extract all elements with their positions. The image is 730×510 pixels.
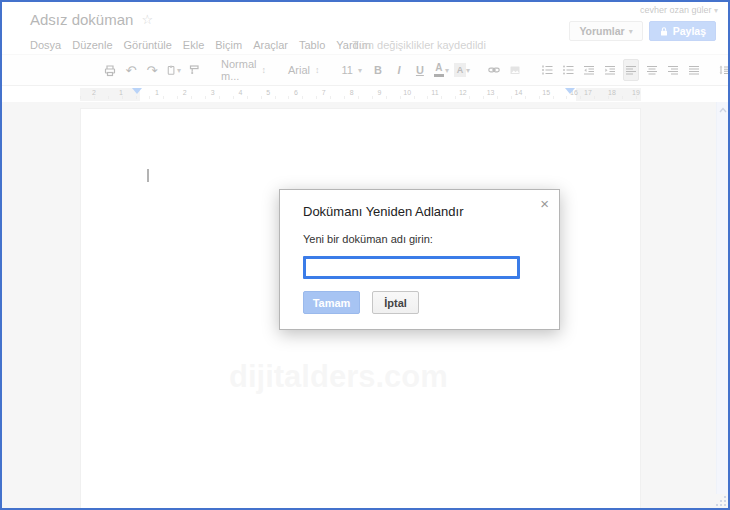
align-left-button[interactable]	[623, 59, 639, 81]
underline-button[interactable]: U	[412, 60, 428, 80]
insert-image-button[interactable]	[507, 60, 523, 80]
menu-bar: DosyaDüzenleGörüntüleEkleBiçimAraçlarTab…	[30, 39, 382, 51]
align-left-icon	[624, 63, 638, 77]
ruler-number: 12	[459, 89, 467, 96]
font-size-dropdown[interactable]: 11 ▾	[338, 64, 364, 76]
cancel-button[interactable]: İptal	[372, 291, 419, 314]
menu-item[interactable]: Ekle	[183, 39, 204, 51]
style-value: Normal m...	[221, 58, 256, 82]
redo-icon: ↷	[147, 63, 158, 78]
chevron-down-icon: ▾	[714, 6, 718, 15]
undo-button[interactable]: ↶	[123, 60, 139, 80]
paint-roller-icon	[187, 63, 201, 77]
ruler-ticks	[80, 96, 641, 99]
resize-grip-icon	[716, 496, 727, 507]
share-button[interactable]: Paylaş	[649, 21, 716, 41]
ruler-number: 1	[155, 89, 159, 96]
share-button-label: Paylaş	[673, 25, 706, 37]
ruler-number: 7	[322, 89, 326, 96]
menu-item[interactable]: Düzenle	[72, 39, 112, 51]
font-size-value: 11	[341, 64, 352, 76]
account-name: cevher ozan güler	[640, 5, 712, 15]
line-spacing-icon	[718, 63, 728, 77]
ruler-number: 2	[183, 89, 187, 96]
ruler: 21 12345678910111213141516 171819	[80, 88, 641, 101]
web-clipboard-button[interactable]: ▾	[165, 60, 181, 80]
vertical-scrollbar[interactable]	[716, 102, 728, 494]
rename-dialog: × Dokümanı Yeniden Adlandır Yeni bir dok…	[279, 189, 560, 330]
align-right-button[interactable]	[665, 60, 681, 80]
ruler-number: 14	[514, 89, 522, 96]
indent-icon	[603, 63, 617, 77]
font-value: Arial	[288, 64, 310, 76]
redo-button[interactable]: ↷	[144, 60, 160, 80]
comments-button[interactable]: Yorumlar ▾	[569, 21, 642, 41]
numbered-list-button[interactable]	[539, 60, 555, 80]
bulleted-list-icon	[561, 63, 575, 77]
link-icon	[487, 63, 501, 77]
header-actions: Yorumlar ▾ Paylaş	[569, 21, 716, 41]
bulleted-list-button[interactable]	[560, 60, 576, 80]
bold-button[interactable]: B	[370, 60, 386, 80]
doc-title-row: Adsız doküman ☆	[30, 11, 153, 28]
text-color-button[interactable]: A ▾	[433, 60, 449, 80]
scroll-up-button[interactable]	[717, 103, 728, 117]
line-spacing-button[interactable]: ▾	[718, 60, 728, 80]
watermark: dijitalders.com	[229, 359, 448, 395]
ruler-text-area	[140, 88, 576, 101]
right-margin-marker[interactable]	[565, 88, 575, 94]
justify-button[interactable]	[686, 60, 702, 80]
close-icon[interactable]: ×	[540, 195, 549, 212]
text-cursor	[147, 169, 149, 182]
menu-item[interactable]: Tablo	[299, 39, 325, 51]
paint-format-button[interactable]	[186, 60, 202, 80]
google-docs-window: cevher ozan güler ▾ Adsız doküman ☆ Yoru…	[0, 0, 730, 510]
ruler-number: 2	[92, 89, 96, 96]
updown-icon: ↕	[261, 65, 266, 75]
align-right-icon	[666, 63, 680, 77]
menu-item[interactable]: Biçim	[215, 39, 242, 51]
ruler-number: 8	[350, 89, 354, 96]
ruler-number: 3	[211, 89, 215, 96]
undo-icon: ↶	[126, 63, 137, 78]
italic-button[interactable]: I	[391, 60, 407, 80]
align-center-button[interactable]	[644, 60, 660, 80]
dialog-buttons: Tamam İptal	[303, 291, 419, 314]
updown-icon: ↕	[315, 65, 320, 75]
ruler-number: 5	[266, 89, 270, 96]
text-color-icon: A	[433, 63, 445, 77]
ruler-number: 10	[403, 89, 411, 96]
insert-link-button[interactable]	[486, 60, 502, 80]
ruler-number: 18	[608, 89, 616, 96]
numbered-list-icon	[540, 63, 554, 77]
ok-button[interactable]: Tamam	[303, 291, 360, 314]
ruler-number: 4	[238, 89, 242, 96]
chevron-down-icon: ▾	[358, 66, 362, 75]
menu-item[interactable]: Dosya	[30, 39, 61, 51]
menu-item[interactable]: Görüntüle	[124, 39, 172, 51]
star-icon[interactable]: ☆	[141, 12, 153, 27]
save-status-wrap: Tüm değişiklikler kaydedildi	[352, 39, 486, 51]
print-button[interactable]	[102, 60, 118, 80]
paragraph-style-dropdown[interactable]: Normal m... ↕	[218, 58, 269, 82]
save-status: Tüm değişiklikler kaydedildi	[352, 39, 486, 51]
menu-item[interactable]: Araçlar	[253, 39, 288, 51]
account-menu[interactable]: cevher ozan güler ▾	[640, 5, 718, 15]
doc-title[interactable]: Adsız doküman	[30, 11, 133, 28]
printer-icon	[103, 63, 117, 77]
dialog-label: Yeni bir doküman adı girin:	[303, 233, 433, 245]
comments-button-label: Yorumlar	[579, 25, 624, 37]
chevron-up-icon	[719, 107, 727, 113]
chevron-down-icon: ▾	[629, 27, 633, 36]
document-name-input[interactable]	[303, 256, 520, 279]
resize-grip[interactable]	[714, 494, 728, 508]
toolbar: ↶ ↷ ▾ Normal m... ↕ Arial ↕ 11	[2, 54, 728, 86]
highlight-color-button[interactable]: A ▾	[454, 60, 470, 80]
increase-indent-button[interactable]	[602, 60, 618, 80]
decrease-indent-button[interactable]	[581, 60, 597, 80]
font-dropdown[interactable]: Arial ↕	[285, 64, 323, 76]
align-center-icon	[645, 63, 659, 77]
left-margin-marker[interactable]	[132, 88, 142, 94]
ruler-number: 6	[294, 89, 298, 96]
lock-icon	[659, 26, 669, 37]
